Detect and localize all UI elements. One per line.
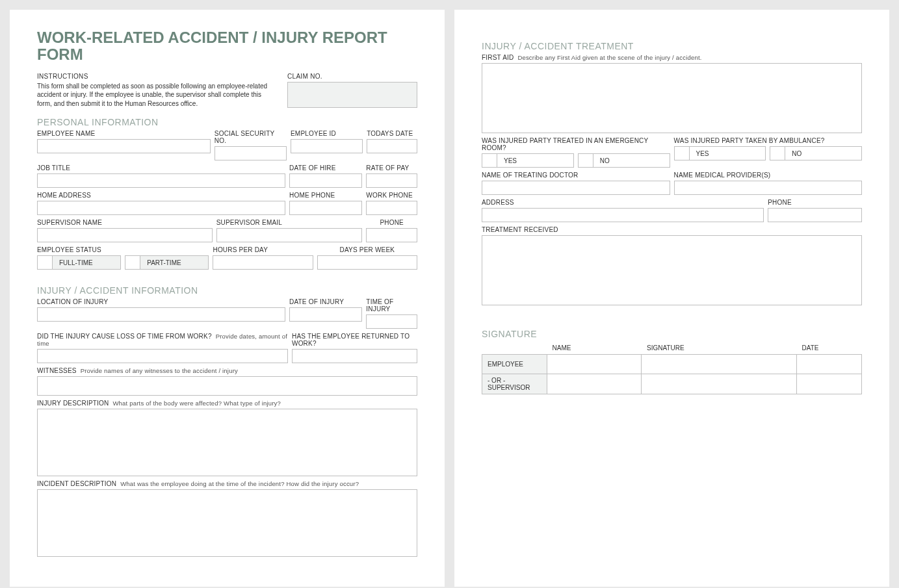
injury-desc-input[interactable] [37, 409, 417, 476]
employee-status-label: EMPLOYEE STATUS [37, 246, 209, 253]
er-no-checkbox[interactable] [578, 153, 593, 168]
home-address-label: HOME ADDRESS [37, 192, 285, 199]
instructions-text: This form shall be completed as soon as … [37, 82, 276, 109]
sig-supervisor-date-input[interactable] [797, 374, 862, 394]
loss-of-time-label: DID THE INJURY CAUSE LOSS OF TIME FROM W… [37, 333, 288, 347]
incident-desc-label: INCIDENT DESCRIPTION What was the employ… [37, 480, 417, 487]
loss-of-time-input[interactable] [37, 349, 288, 363]
supervisor-name-input[interactable] [37, 228, 213, 242]
location-of-injury-input[interactable] [37, 307, 285, 322]
sig-employee-name-input[interactable] [547, 355, 642, 374]
job-title-label: JOB TITLE [37, 164, 285, 172]
employee-id-label: EMPLOYEE ID [291, 130, 363, 137]
full-time-label: FULL-TIME [53, 255, 121, 270]
ssn-label: SOCIAL SECURITY NO. [215, 130, 287, 144]
employee-name-label: EMPLOYEE NAME [37, 130, 211, 137]
ambulance-yes-label: YES [690, 146, 766, 160]
employee-name-input[interactable] [37, 139, 211, 153]
ambulance-yes-checkbox[interactable] [674, 146, 690, 160]
er-yes-checkbox[interactable] [482, 153, 497, 168]
todays-date-input[interactable] [367, 139, 417, 153]
claim-no-label: CLAIM NO. [287, 73, 417, 80]
section-treatment: INJURY / ACCIDENT TREATMENT [482, 41, 862, 51]
home-address-input[interactable] [37, 201, 285, 215]
part-time-checkbox[interactable] [125, 255, 140, 270]
treating-doctor-input[interactable] [482, 181, 670, 195]
provider-phone-input[interactable] [768, 208, 862, 222]
part-time-label: PART-TIME [140, 255, 209, 270]
employee-id-input[interactable] [291, 139, 363, 153]
witnesses-input[interactable] [37, 376, 417, 396]
rate-of-pay-input[interactable] [366, 173, 417, 188]
claim-no-input[interactable] [287, 82, 417, 108]
part-time-option[interactable]: PART-TIME [125, 255, 209, 270]
section-injury-info: INJURY / ACCIDENT INFORMATION [37, 285, 417, 296]
rate-of-pay-label: RATE OF PAY [366, 164, 417, 172]
job-title-input[interactable] [37, 173, 285, 188]
er-no-option[interactable]: NO [578, 153, 670, 168]
page-2: INJURY / ACCIDENT TREATMENT FIRST AID De… [454, 10, 889, 587]
first-aid-input[interactable] [482, 63, 862, 133]
hours-per-day-input[interactable] [213, 255, 313, 270]
full-time-checkbox[interactable] [37, 255, 53, 270]
time-of-injury-label: TIME OF INJURY [366, 298, 417, 313]
supervisor-email-label: SUPERVISOR EMAIL [216, 219, 363, 226]
section-signature: SIGNATURE [482, 329, 862, 339]
provider-address-label: ADDRESS [482, 199, 764, 206]
date-of-injury-label: DATE OF INJURY [289, 298, 362, 305]
sig-employee-row-label: EMPLOYEE [482, 355, 547, 374]
returned-input[interactable] [292, 349, 417, 363]
sig-supervisor-row-label: - OR - SUPERVISOR [482, 374, 547, 394]
first-aid-label: FIRST AID Describe any First Aid given a… [482, 54, 862, 61]
ambulance-yes-option[interactable]: YES [674, 146, 766, 160]
home-phone-label: HOME PHONE [289, 192, 362, 199]
days-per-week-input[interactable] [317, 255, 417, 270]
provider-address-input[interactable] [482, 208, 764, 222]
treatment-received-label: TREATMENT RECEIVED [482, 226, 862, 233]
er-yes-option[interactable]: YES [482, 153, 574, 168]
sig-employee-signature-input[interactable] [642, 355, 797, 374]
date-of-hire-label: DATE OF HIRE [289, 164, 362, 172]
sig-date-header: DATE [797, 342, 862, 355]
sig-signature-header: SIGNATURE [642, 342, 797, 355]
page-1: WORK-RELATED ACCIDENT / INJURY REPORT FO… [10, 10, 445, 587]
home-phone-input[interactable] [289, 201, 362, 215]
ambulance-no-option[interactable]: NO [770, 146, 862, 160]
sig-name-header: NAME [547, 342, 642, 355]
signature-table: NAME SIGNATURE DATE EMPLOYEE - OR - SUPE… [482, 342, 862, 394]
medical-providers-label: NAME MEDICAL PROVIDER(S) [674, 172, 863, 179]
supervisor-phone-input[interactable] [366, 228, 417, 242]
days-per-week-label: DAYS PER WEEK [317, 246, 417, 253]
todays-date-label: TODAYS DATE [367, 130, 417, 137]
form-title: WORK-RELATED ACCIDENT / INJURY REPORT FO… [37, 29, 417, 64]
treatment-received-input[interactable] [482, 235, 862, 305]
supervisor-email-input[interactable] [216, 228, 363, 242]
work-phone-input[interactable] [366, 201, 417, 215]
work-phone-label: WORK PHONE [366, 192, 417, 199]
ambulance-no-label: NO [785, 146, 862, 160]
er-yes-label: YES [497, 153, 574, 168]
sig-supervisor-name-input[interactable] [547, 374, 642, 394]
time-of-injury-input[interactable] [366, 314, 417, 329]
ambulance-no-checkbox[interactable] [770, 146, 785, 160]
instructions-label: INSTRUCTIONS [37, 73, 276, 80]
er-question-label: WAS INJURED PARTY TREATED IN AN EMERGENC… [482, 137, 670, 151]
ssn-input[interactable] [215, 146, 287, 160]
supervisor-phone-label: PHONE [366, 219, 417, 226]
returned-label: HAS THE EMPLOYEE RETURNED TO WORK? [292, 333, 417, 347]
ambulance-question-label: WAS INJURED PARTY TAKEN BY AMBULANCE? [674, 137, 863, 144]
full-time-option[interactable]: FULL-TIME [37, 255, 121, 270]
sig-supervisor-signature-input[interactable] [642, 374, 797, 394]
supervisor-name-label: SUPERVISOR NAME [37, 219, 213, 226]
hours-per-day-label: HOURS PER DAY [213, 246, 313, 253]
er-no-label: NO [593, 153, 670, 168]
location-of-injury-label: LOCATION OF INJURY [37, 298, 285, 305]
date-of-hire-input[interactable] [289, 173, 362, 188]
witnesses-label: WITNESSES Provide names of any witnesses… [37, 367, 417, 374]
treating-doctor-label: NAME OF TREATING DOCTOR [482, 172, 670, 179]
date-of-injury-input[interactable] [289, 307, 362, 322]
sig-employee-date-input[interactable] [797, 355, 862, 374]
medical-providers-input[interactable] [674, 181, 863, 195]
provider-phone-label: PHONE [768, 199, 862, 206]
incident-desc-input[interactable] [37, 489, 417, 557]
